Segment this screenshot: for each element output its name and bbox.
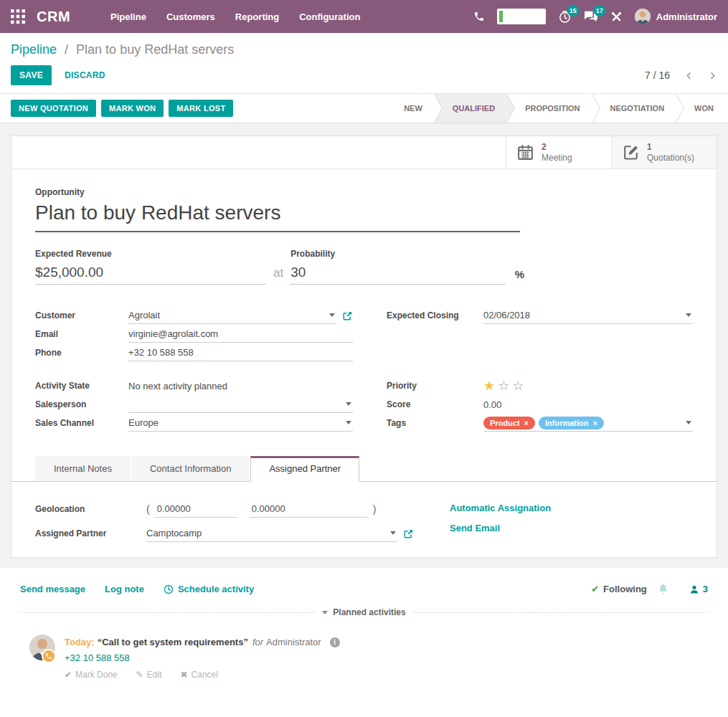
apps-grid-icon[interactable]: [11, 9, 25, 24]
chevron-down-icon[interactable]: [329, 313, 335, 317]
schedule-activity-button[interactable]: Schedule activity: [164, 584, 254, 594]
tab-internal-notes[interactable]: Internal Notes: [35, 456, 131, 481]
email-input[interactable]: virginie@agrolait.com: [128, 326, 353, 343]
meetings-stat-button[interactable]: 2 Meeting: [506, 136, 611, 168]
following-button[interactable]: ✔ Following: [591, 584, 647, 594]
navbar-right: 15 17 Administrator: [473, 9, 717, 24]
mark-won-button[interactable]: MARK WON: [101, 100, 164, 117]
app-brand[interactable]: CRM: [37, 9, 70, 25]
activity-for: for: [252, 637, 263, 647]
calendar-icon: [516, 143, 534, 161]
check-icon: ✔: [65, 670, 72, 680]
paren-close: ): [373, 503, 377, 515]
phone-row: Phone +32 10 588 558: [35, 343, 353, 362]
cancel-activity-button[interactable]: ✖Cancel: [181, 670, 218, 680]
planned-activities-toggle[interactable]: Planned activities: [322, 607, 405, 617]
customer-input[interactable]: Agrolait: [128, 307, 336, 324]
edit-activity-button[interactable]: ✎Edit: [136, 670, 162, 680]
messages-badge: 17: [594, 5, 605, 16]
chevron-down-icon[interactable]: [686, 421, 691, 424]
tags-input[interactable]: Product× Information×: [483, 414, 693, 432]
chevron-down-icon[interactable]: [346, 402, 351, 406]
save-button[interactable]: SAVE: [11, 65, 52, 85]
triangle-down-icon: [322, 611, 328, 614]
menu-pipeline[interactable]: Pipeline: [110, 11, 146, 22]
menu-configuration[interactable]: Configuration: [299, 11, 360, 22]
user-avatar: [635, 9, 651, 24]
tag-information[interactable]: Information×: [539, 417, 604, 429]
log-note-button[interactable]: Log note: [105, 584, 144, 594]
stage-new[interactable]: NEW: [385, 94, 434, 123]
activity-item: Today: “Call to get system requirements”…: [20, 635, 708, 680]
menu-customers[interactable]: Customers: [166, 11, 215, 22]
opportunity-title-input[interactable]: Plan to buy RedHat servers: [35, 201, 520, 232]
longitude-input[interactable]: 0.00000: [249, 500, 367, 518]
activity-phone-link[interactable]: +32 10 588 558: [65, 652, 340, 663]
opportunity-label: Opportunity: [35, 187, 693, 197]
statusbar: NEW QUOTATION MARK WON MARK LOST NEW QUA…: [0, 94, 728, 123]
activity-state-label: Activity State: [35, 381, 128, 391]
mark-lost-button[interactable]: MARK LOST: [169, 100, 233, 117]
probability-label: Probability: [290, 249, 524, 259]
chatter: Send message Log note Schedule activity …: [0, 568, 728, 680]
stage-qualified[interactable]: QUALIFIED: [434, 94, 506, 123]
chevron-right-icon[interactable]: [708, 71, 717, 80]
tag-product[interactable]: Product×: [483, 417, 535, 429]
chevron-down-icon[interactable]: [346, 421, 351, 424]
latitude-input[interactable]: 0.00000: [154, 500, 238, 518]
chevron-left-icon[interactable]: [684, 71, 694, 80]
breadcrumb-pipeline[interactable]: Pipeline: [11, 42, 57, 57]
expected-revenue-input[interactable]: $25,000.00: [35, 262, 266, 285]
chevron-down-icon[interactable]: [686, 313, 691, 317]
main-menu: Pipeline Customers Reporting Configurati…: [110, 11, 360, 22]
quotations-stat-button[interactable]: 1 Quotation(s): [611, 136, 717, 168]
menu-reporting[interactable]: Reporting: [235, 11, 279, 22]
close-icon[interactable]: ×: [593, 419, 597, 427]
tab-contact-information[interactable]: Contact Information: [131, 456, 250, 481]
revenue-row: Expected Revenue $25,000.00 at Probabili…: [35, 249, 524, 285]
priority-row: Priority ★☆☆: [387, 376, 693, 395]
top-navbar: CRM Pipeline Customers Reporting Configu…: [0, 0, 728, 33]
customer-row: Customer Agrolait: [35, 306, 353, 325]
send-message-button[interactable]: Send message: [20, 584, 85, 594]
new-quotation-button[interactable]: NEW QUOTATION: [11, 100, 96, 117]
external-link-icon[interactable]: [342, 310, 353, 321]
sales-channel-input[interactable]: Europe: [128, 414, 353, 432]
customer-label: Customer: [35, 310, 128, 320]
timer-widget[interactable]: [497, 9, 546, 24]
star-filled-icon[interactable]: ★: [483, 378, 498, 394]
external-link-icon[interactable]: [403, 528, 414, 539]
followers-button[interactable]: 3: [689, 584, 708, 594]
star-empty-icon[interactable]: ☆: [512, 378, 526, 394]
bell-icon[interactable]: [657, 583, 669, 595]
send-email-link[interactable]: Send Email: [450, 523, 551, 533]
star-empty-icon[interactable]: ☆: [498, 378, 512, 394]
activities-badge: 15: [567, 5, 579, 16]
tools-icon[interactable]: [610, 11, 623, 23]
assigned-partner-input[interactable]: Camptocamp: [146, 525, 397, 542]
stage-negotiation[interactable]: NEGOTIATION: [592, 94, 676, 123]
timer-progress: [499, 11, 503, 22]
close-icon[interactable]: ×: [524, 419, 529, 427]
stage-proposition[interactable]: PROPOSITION: [506, 94, 591, 123]
chevron-down-icon[interactable]: [390, 531, 396, 535]
info-icon[interactable]: i: [330, 637, 340, 647]
edit-note-icon: [622, 143, 640, 161]
messages-icon[interactable]: 17: [584, 10, 598, 23]
field-column-left: Customer Agrolait Email virginie@agrolai…: [35, 306, 353, 432]
mark-done-button[interactable]: ✔Mark Done: [65, 670, 118, 680]
salesperson-input[interactable]: [128, 396, 353, 413]
statusbar-buttons: NEW QUOTATION MARK WON MARK LOST: [0, 94, 233, 123]
user-menu[interactable]: Administrator: [635, 9, 717, 24]
activities-clock-icon[interactable]: 15: [558, 10, 572, 24]
form-view: 2 Meeting 1 Quotation(s) Opportunity Pla…: [0, 123, 728, 568]
chatter-toolbar: Send message Log note Schedule activity …: [20, 583, 708, 595]
tab-assigned-partner[interactable]: Assigned Partner: [250, 456, 359, 482]
phone-input[interactable]: +32 10 588 558: [128, 344, 353, 361]
control-panel: Pipeline / Plan to buy RedHat servers SA…: [0, 33, 728, 94]
discard-button[interactable]: DISCARD: [65, 70, 105, 80]
automatic-assignation-link[interactable]: Automatic Assignation: [450, 503, 551, 513]
phone-icon[interactable]: [473, 11, 485, 22]
probability-input[interactable]: 30: [290, 262, 504, 285]
expected-closing-input[interactable]: 02/06/2018: [483, 307, 693, 324]
